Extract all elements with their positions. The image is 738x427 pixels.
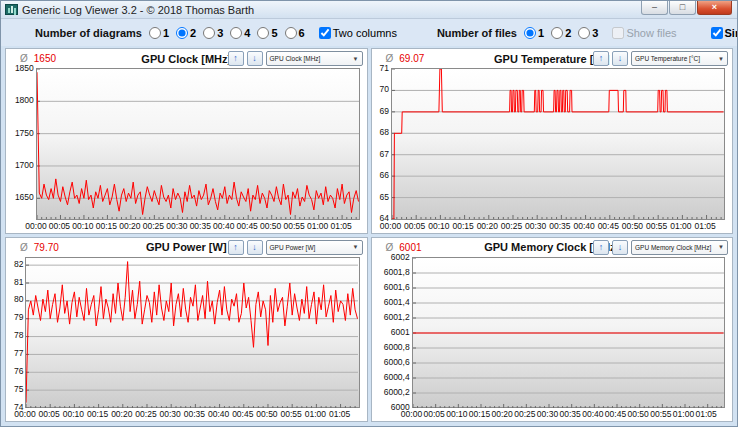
diagrams-count-label: Number of diagrams [35, 27, 142, 39]
window-title: Generic Log Viewer 3.2 - © 2018 Thomas B… [22, 4, 254, 16]
app-icon [5, 4, 18, 15]
show-files-input[interactable] [612, 27, 624, 39]
move-up-button[interactable]: ↑ [228, 240, 244, 255]
panel-header: Ø 6001 GPU Memory Clock [MHz] ↑ ↓ GPU Me… [372, 238, 733, 257]
diagram-radio-4[interactable] [230, 27, 242, 39]
signal-select-dropdown[interactable]: GPU Memory Clock [MHz] ▼ [631, 240, 728, 255]
average-value: 1650 [34, 53, 56, 64]
signal-select-dropdown[interactable]: GPU Temperature [°C] ▼ [631, 51, 728, 66]
average-value: 79.70 [34, 242, 59, 253]
move-down-button[interactable]: ↓ [612, 240, 628, 255]
chevron-down-icon: ▼ [353, 244, 359, 250]
diagram-radio-6[interactable] [285, 27, 297, 39]
chart-panel-gpu-clock: Ø 1650 GPU Clock [MHz] ↑ ↓ GPU Clock [MH… [5, 48, 368, 234]
x-axis-labels: 00:0000:0500:1000:1500:2000:2500:3000:35… [6, 220, 367, 233]
plot-area [412, 257, 725, 409]
files-option-2: 2 [551, 27, 571, 39]
two-columns-input[interactable] [319, 27, 331, 39]
close-button[interactable]: × [697, 1, 732, 15]
files-radio-2[interactable] [551, 27, 563, 39]
chevron-down-icon: ▼ [718, 244, 724, 250]
chart-title: GPU Clock [MHz] [141, 53, 231, 65]
chart-panel-gpu-power: Ø 79.70 GPU Power [W] ↑ ↓ GPU Power [W] … [5, 237, 368, 423]
diagram-option-5: 5 [257, 27, 277, 39]
chart-panel-gpu-temperature: Ø 69.07 GPU Temperature [°C] ↑ ↓ GPU Tem… [371, 48, 734, 234]
x-axis-labels: 00:0000:0500:1000:1500:2000:2500:3000:35… [372, 220, 733, 233]
files-radio-1[interactable] [524, 27, 536, 39]
y-axis-labels: 7170696867666564 [372, 68, 391, 220]
chevron-down-icon: ▼ [718, 56, 724, 62]
move-down-button[interactable]: ↓ [247, 51, 263, 66]
x-axis-labels: 00:0000:0500:1000:1500:2000:2500:3000:35… [372, 408, 733, 421]
average-symbol: Ø [20, 242, 28, 253]
diagram-option-2: 2 [176, 27, 196, 39]
move-up-button[interactable]: ↑ [593, 240, 609, 255]
two-columns-checkbox: Two columns [319, 27, 397, 39]
toolbar: Number of diagrams 1 2 3 4 5 6 Two colum… [1, 19, 737, 46]
simple-mode-checkbox: Simple mode [711, 27, 738, 39]
diagram-radio-1[interactable] [149, 27, 161, 39]
files-option-1: 1 [524, 27, 544, 39]
plot-area [36, 68, 360, 220]
files-option-3: 3 [578, 27, 598, 39]
diagram-radio-2[interactable] [176, 27, 188, 39]
panel-header: Ø 1650 GPU Clock [MHz] ↑ ↓ GPU Clock [MH… [6, 49, 367, 68]
average-readout: Ø 69.07 [386, 53, 425, 64]
plot-area [391, 68, 725, 220]
diagram-option-1: 1 [149, 27, 169, 39]
average-value: 69.07 [399, 53, 424, 64]
y-axis-labels: 18501800175017001650 [6, 68, 36, 220]
diagram-option-6: 6 [285, 27, 305, 39]
chart-grid: Ø 1650 GPU Clock [MHz] ↑ ↓ GPU Clock [MH… [1, 46, 737, 426]
files-count-label: Number of files [437, 27, 517, 39]
diagram-option-3: 3 [203, 27, 223, 39]
show-files-checkbox: Show files [612, 27, 676, 39]
y-axis-labels: 60026001,86001,66001,46001,260016000,860… [372, 257, 412, 409]
signal-select-dropdown[interactable]: GPU Clock [MHz] ▼ [266, 51, 363, 66]
move-up-button[interactable]: ↑ [593, 51, 609, 66]
panel-header: Ø 69.07 GPU Temperature [°C] ↑ ↓ GPU Tem… [372, 49, 733, 68]
y-axis-labels: 828180797877767574 [6, 257, 25, 409]
move-down-button[interactable]: ↓ [612, 51, 628, 66]
signal-select-dropdown[interactable]: GPU Power [W] ▼ [266, 240, 363, 255]
average-readout: Ø 79.70 [20, 242, 59, 253]
panel-header: Ø 79.70 GPU Power [W] ↑ ↓ GPU Power [W] … [6, 238, 367, 257]
diagram-radio-3[interactable] [203, 27, 215, 39]
simple-mode-input[interactable] [711, 27, 723, 39]
x-axis-labels: 00:0000:0500:1000:1500:2000:2500:3000:35… [6, 408, 367, 421]
plot-area [25, 257, 359, 409]
diagram-radio-5[interactable] [257, 27, 269, 39]
maximize-button[interactable]: □ [669, 1, 696, 15]
titlebar: Generic Log Viewer 3.2 - © 2018 Thomas B… [1, 1, 737, 19]
move-down-button[interactable]: ↓ [247, 240, 263, 255]
chevron-down-icon: ▼ [353, 56, 359, 62]
chart-title: GPU Power [W] [146, 241, 227, 253]
chart-panel-gpu-memory-clock: Ø 6001 GPU Memory Clock [MHz] ↑ ↓ GPU Me… [371, 237, 734, 423]
files-radio-3[interactable] [578, 27, 590, 39]
move-up-button[interactable]: ↑ [228, 51, 244, 66]
minimize-button[interactable]: – [641, 1, 668, 15]
diagram-option-4: 4 [230, 27, 250, 39]
